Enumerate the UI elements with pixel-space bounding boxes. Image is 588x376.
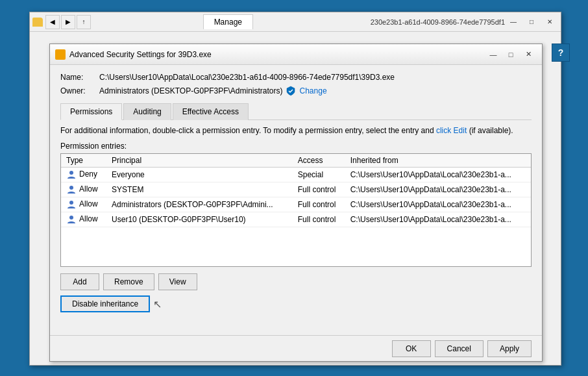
click-edit-link[interactable]: click Edit [436,126,467,135]
tabs-container: Permissions Auditing Effective Access [60,103,532,120]
col-inherited: Inherited from [345,154,531,168]
dialog-content: Name: C:\Users\User10\AppData\Local\230e… [50,65,542,320]
dialog-minimize-button[interactable]: — [485,47,502,62]
minimize-button[interactable]: — [505,16,522,29]
row-inherited-cell: C:\Users\User10\AppData\Local\230e23b1-a… [345,212,531,227]
perm-table-container[interactable]: Type Principal Access Inherited from Den… [60,153,532,267]
info-text-end: (if available). [469,126,513,135]
tab-effective-access[interactable]: Effective Access [173,103,249,120]
row-principal-cell: User10 (DESKTOP-G0PF3PF\User10) [106,212,293,227]
row-type-cell: Allow [61,182,106,197]
table-row[interactable]: DenyEveryoneSpecialC:\Users\User10\AppDa… [61,167,531,182]
row-type-cell: Allow [61,197,106,212]
svg-point-3 [69,216,73,219]
disable-inheritance-row: Disable inheritance ↖ [60,295,532,312]
table-row[interactable]: AllowSYSTEMFull controlC:\Users\User10\A… [61,182,531,197]
inner-titlebar-controls: — □ ✕ [485,47,537,62]
dialog-title: Advanced Security Settings for 39D3.exe [69,50,485,59]
change-link[interactable]: Change [300,86,327,95]
table-row[interactable]: AllowUser10 (DESKTOP-G0PF3PF\User10)Full… [61,212,531,227]
col-type: Type [61,154,106,168]
row-type-label: Deny [79,169,97,179]
allow-user-icon [66,214,77,225]
tab-permissions[interactable]: Permissions [60,103,122,120]
remove-button[interactable]: Remove [103,273,154,290]
maximize-button[interactable]: □ [523,16,540,29]
forward-button[interactable]: ▶ [61,15,75,29]
apply-button[interactable]: Apply [487,340,532,357]
add-button[interactable]: Add [60,273,99,290]
info-text: For additional information, double-click… [60,125,532,136]
outer-titlebar-controls: — □ ✕ [505,16,558,29]
row-type-label: Allow [79,199,98,208]
row-inherited-cell: C:\Users\User10\AppData\Local\230e23b1-a… [345,182,531,197]
owner-row: Owner: Administrators (DESKTOP-G0PF3PF\A… [60,86,532,96]
disable-inheritance-button[interactable]: Disable inheritance [60,295,150,312]
row-inherited-cell: C:\Users\User10\AppData\Local\230e23b1-a… [345,167,531,182]
deny-user-icon [66,169,77,180]
manage-tab[interactable]: Manage [203,14,253,29]
row-inherited-cell: C:\Users\User10\AppData\Local\230e23b1-a… [345,197,531,212]
perm-table: Type Principal Access Inherited from Den… [61,154,531,227]
table-row[interactable]: AllowAdministrators (DESKTOP-G0PF3PF\Adm… [61,197,531,212]
bottom-bar: OK Cancel Apply [50,335,542,361]
outer-titlebar-middle: Manage [91,14,365,29]
row-access-cell: Full control [293,182,345,197]
ok-button[interactable]: OK [392,340,431,357]
row-type-cell: Deny [61,167,106,182]
allow-user-icon [66,184,77,195]
folder-icon [32,18,43,27]
view-button[interactable]: View [158,273,197,290]
action-buttons-row: Add Remove View [60,273,532,290]
row-principal-cell: SYSTEM [106,182,293,197]
table-header-row: Type Principal Access Inherited from [61,154,531,168]
outer-window: ◀ ▶ ↑ Manage 230e23b1-a61d-4009-8966-74e… [29,12,561,366]
path-label: 230e23b1-a61d-4009-8966-74ede7795df1 [371,18,505,26]
inner-titlebar: Advanced Security Settings for 39D3.exe … [50,44,542,65]
close-button[interactable]: ✕ [541,16,558,29]
outer-titlebar-icons: ◀ ▶ ↑ [32,15,91,29]
dialog-icon [55,49,66,60]
row-principal-cell: Administrators (DESKTOP-G0PF3PF\Admini..… [106,197,293,212]
row-access-cell: Full control [293,212,345,227]
row-type-label: Allow [79,214,98,223]
name-row: Name: C:\Users\User10\AppData\Local\230e… [60,73,532,82]
col-access: Access [293,154,345,168]
dialog-maximize-button[interactable]: □ [502,47,519,62]
svg-point-1 [69,186,73,190]
dialog-close-button[interactable]: ✕ [520,47,537,62]
outer-titlebar: ◀ ▶ ↑ Manage 230e23b1-a61d-4009-8966-74e… [30,12,561,32]
allow-user-icon [66,199,77,210]
owner-label: Owner: [60,86,99,95]
name-label: Name: [60,73,99,82]
row-principal-cell: Everyone [106,167,293,182]
perm-entries-label: Permission entries: [60,142,532,151]
col-principal: Principal [106,154,293,168]
tab-auditing[interactable]: Auditing [123,103,171,120]
cursor-icon: ↖ [153,299,162,310]
row-type-cell: Allow [61,212,106,227]
row-access-cell: Full control [293,197,345,212]
up-button[interactable]: ↑ [77,15,91,29]
svg-point-0 [69,171,73,175]
svg-point-2 [69,201,73,205]
help-button[interactable]: ? [552,44,570,62]
shield-icon [286,86,296,96]
back-button[interactable]: ◀ [45,15,60,29]
name-value: C:\Users\User10\AppData\Local\230e23b1-a… [99,73,395,82]
cancel-button[interactable]: Cancel [435,340,484,357]
row-type-label: Allow [79,184,98,194]
inner-dialog: Advanced Security Settings for 39D3.exe … [49,44,543,362]
info-text-start: For additional information, double-click… [60,126,434,135]
owner-value: Administrators (DESKTOP-G0PF3PF\Administ… [99,86,283,95]
row-access-cell: Special [293,167,345,182]
